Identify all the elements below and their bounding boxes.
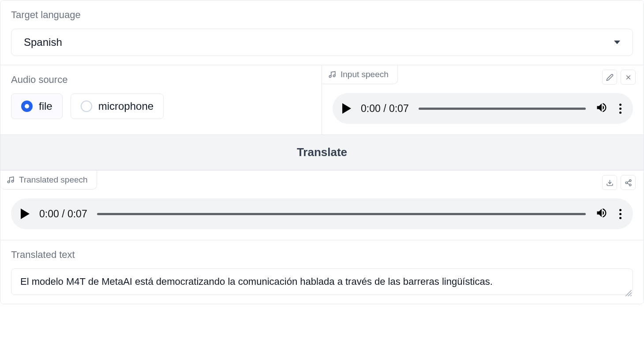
share-icon bbox=[625, 179, 632, 186]
radio-file[interactable]: file bbox=[11, 93, 63, 119]
translated-text-value: El modelo M4T de MetaAI está democratiza… bbox=[20, 276, 493, 287]
app-container: Target language Spanish Audio source fil… bbox=[0, 0, 644, 304]
dot-icon bbox=[619, 209, 622, 211]
dot-icon bbox=[619, 104, 622, 106]
svg-line-10 bbox=[627, 183, 629, 184]
audio-source-radio-group: file microphone bbox=[11, 93, 311, 119]
more-button[interactable] bbox=[618, 209, 623, 219]
edit-button[interactable] bbox=[602, 70, 617, 85]
input-row: Audio source file microphone Input speec… bbox=[0, 65, 644, 134]
dot-icon bbox=[619, 213, 622, 215]
music-icon bbox=[7, 176, 15, 184]
target-language-label: Target language bbox=[11, 9, 633, 21]
translated-speech-label: Translated speech bbox=[19, 175, 88, 185]
output-audio-player: 0:00 / 0:07 bbox=[11, 198, 633, 229]
close-icon bbox=[625, 74, 632, 81]
input-speech-label: Input speech bbox=[341, 70, 389, 79]
volume-button[interactable] bbox=[595, 207, 608, 221]
svg-line-14 bbox=[630, 295, 632, 296]
clear-button[interactable] bbox=[621, 70, 636, 85]
translate-button[interactable]: Translate bbox=[0, 134, 644, 170]
target-language-section: Target language Spanish bbox=[0, 0, 644, 65]
translated-speech-section: Translated speech 0:00 / 0:07 bbox=[0, 170, 644, 240]
svg-point-0 bbox=[329, 75, 331, 78]
svg-point-7 bbox=[629, 179, 631, 181]
music-icon bbox=[328, 71, 336, 78]
radio-file-label: file bbox=[39, 100, 52, 112]
svg-point-1 bbox=[333, 75, 335, 77]
volume-icon bbox=[595, 101, 608, 114]
translated-text-output[interactable]: El modelo M4T de MetaAI está democratiza… bbox=[11, 268, 633, 295]
volume-button[interactable] bbox=[595, 101, 608, 116]
volume-icon bbox=[595, 207, 608, 219]
chevron-down-icon bbox=[614, 41, 620, 44]
audio-source-label: Audio source bbox=[11, 74, 311, 86]
play-button[interactable] bbox=[342, 103, 351, 114]
svg-line-11 bbox=[627, 181, 629, 182]
share-button[interactable] bbox=[621, 175, 636, 190]
svg-point-4 bbox=[7, 181, 10, 183]
dot-icon bbox=[619, 108, 622, 110]
dot-icon bbox=[619, 217, 622, 219]
output-audio-progress[interactable] bbox=[97, 213, 586, 215]
target-language-dropdown[interactable]: Spanish bbox=[11, 29, 633, 56]
radio-microphone[interactable]: microphone bbox=[71, 93, 164, 119]
input-speech-tab: Input speech bbox=[322, 65, 398, 84]
dot-icon bbox=[619, 112, 622, 114]
more-button[interactable] bbox=[618, 104, 623, 114]
input-speech-actions bbox=[602, 70, 636, 85]
input-speech-section: Input speech 0:00 / 0:07 bbox=[322, 65, 644, 134]
download-button[interactable] bbox=[602, 175, 617, 190]
translated-text-section: Translated text El modelo M4T de MetaAI … bbox=[0, 240, 644, 304]
radio-indicator-icon bbox=[21, 101, 33, 112]
input-audio-player: 0:00 / 0:07 bbox=[333, 93, 633, 124]
translated-speech-actions bbox=[602, 175, 636, 190]
svg-point-8 bbox=[625, 182, 627, 183]
output-audio-time: 0:00 / 0:07 bbox=[39, 208, 87, 220]
svg-point-5 bbox=[11, 180, 14, 183]
translated-text-label: Translated text bbox=[11, 249, 633, 261]
resize-handle-icon[interactable] bbox=[625, 287, 632, 294]
input-audio-time: 0:00 / 0:07 bbox=[361, 103, 409, 115]
audio-source-section: Audio source file microphone bbox=[0, 65, 322, 134]
svg-point-9 bbox=[629, 184, 631, 186]
download-icon bbox=[606, 179, 614, 186]
translate-button-label: Translate bbox=[297, 145, 347, 159]
translated-speech-tab: Translated speech bbox=[0, 171, 97, 190]
radio-indicator-icon bbox=[81, 101, 92, 112]
play-button[interactable] bbox=[21, 209, 30, 219]
target-language-value: Spanish bbox=[24, 36, 62, 48]
radio-microphone-label: microphone bbox=[98, 100, 154, 112]
pencil-icon bbox=[606, 74, 614, 81]
input-audio-progress[interactable] bbox=[419, 108, 586, 110]
